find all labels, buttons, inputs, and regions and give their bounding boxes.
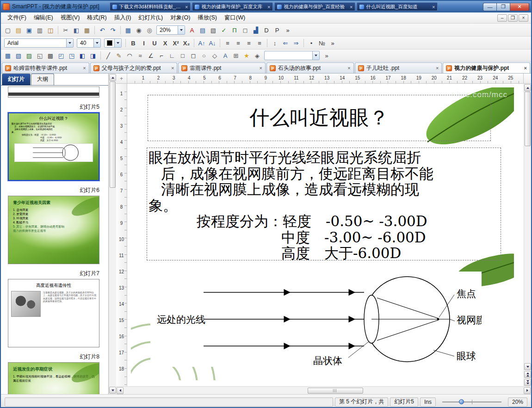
chevron-down-icon[interactable] (312, 51, 319, 60)
scroll-up-icon[interactable] (524, 84, 531, 91)
slide4-thumbnail-partial[interactable] (8, 87, 99, 98)
increase-font-button[interactable]: A↑ (197, 38, 207, 48)
rectangle-tool-icon[interactable]: □ (178, 51, 188, 60)
line-spacing-button[interactable]: ↕ (270, 38, 280, 48)
font-color-combobox[interactable] (104, 38, 122, 48)
scrollbar-thumb[interactable] (308, 388, 363, 394)
rounded-rectangle-icon[interactable]: ◻ (188, 51, 198, 60)
scroll-left-icon[interactable] (117, 387, 124, 394)
align-right-button[interactable]: ≡ (244, 38, 254, 48)
superscript-button[interactable]: X² (171, 38, 181, 48)
comment-icon[interactable]: ◻ (240, 25, 250, 35)
background-window-tab[interactable]: 什么叫近视眼_百度知道 × (357, 2, 438, 11)
maximize-button[interactable]: ❐ (496, 3, 510, 11)
close-icon[interactable]: × (171, 65, 174, 71)
save-icon[interactable]: ▣ (24, 25, 34, 35)
menu-item[interactable]: 插入(I) (111, 12, 135, 23)
justify-button[interactable]: ≡ (254, 38, 265, 48)
zoom-combobox[interactable]: 20% (156, 25, 185, 35)
curve-tool-icon[interactable]: ≈ (135, 51, 145, 60)
decrease-indent-button[interactable]: ⇐ (280, 38, 291, 48)
font-size-combobox[interactable]: 40 (77, 38, 101, 48)
menu-item[interactable]: 格式(R) (83, 12, 110, 23)
align-center-button[interactable]: ≡ (233, 38, 243, 48)
scrollbar-track[interactable] (124, 387, 524, 394)
pencil-tool-icon[interactable]: ✎ (114, 51, 124, 60)
cut-icon[interactable]: ✂ (61, 25, 71, 35)
shape-style-combobox[interactable] (264, 51, 320, 60)
chevron-down-icon[interactable] (114, 39, 121, 47)
elbow-connector-icon[interactable]: ∟ (167, 51, 177, 60)
scroll-up-icon[interactable] (109, 74, 116, 81)
ellipse-tool-icon[interactable]: ○ (199, 51, 209, 60)
underline-button[interactable]: U (149, 38, 160, 48)
insert-cells-icon[interactable]: ▤ (198, 25, 208, 35)
ole-object-icon[interactable]: ◱ (35, 51, 45, 60)
tab-slides[interactable]: 幻灯片 (2, 74, 31, 85)
subscript-button[interactable]: X₂ (181, 38, 192, 48)
chevron-down-icon[interactable] (93, 39, 100, 47)
freeform-tool-icon[interactable]: ∠ (146, 51, 156, 60)
body-textbox[interactable]: 眼在放松调节时平行光线经眼屈光系统屈折 后，成像在视网膜前方，使远距离目标不能 … (147, 148, 501, 260)
menu-item[interactable]: 窗口(W) (221, 12, 249, 23)
scroll-right-icon[interactable] (524, 387, 531, 394)
background-window-tab[interactable]: 视力的健康与保护_百度文库 × (192, 2, 273, 11)
close-icon[interactable]: × (185, 4, 188, 10)
font-combobox[interactable]: Arial (4, 38, 74, 48)
close-icon[interactable]: × (524, 65, 527, 71)
chevron-down-icon[interactable] (178, 26, 185, 34)
menu-item[interactable]: 幻灯片(L) (135, 12, 167, 23)
document-tab[interactable]: P 子儿吐吐 .ppt × (355, 62, 442, 73)
strikethrough-button[interactable]: X (160, 38, 170, 48)
slide-canvas[interactable]: nipic.com/mcc 什么叫近视眼？ 眼在放松调节时平行光线经眼屈光系统屈… (131, 87, 514, 380)
print-icon[interactable]: ▥ (35, 25, 45, 35)
insert-table-icon[interactable]: ▦ (123, 25, 133, 35)
close-icon[interactable]: × (432, 4, 435, 10)
numbering-button[interactable]: № (317, 38, 327, 48)
mdi-restore-button[interactable]: ❐ (508, 14, 518, 22)
zoom-in-icon[interactable]: ◉ (134, 25, 144, 35)
worksheet-icon[interactable]: ▩ (45, 51, 56, 60)
insert-table-icon[interactable]: ▧ (13, 51, 24, 60)
toolbar-overflow-icon[interactable]: » (283, 25, 293, 35)
eye-diagram-image[interactable]: 远处的光线 焦点 视网膜 眼球 晶状体 (150, 272, 482, 367)
close-icon[interactable]: × (83, 65, 86, 71)
next-slide-icon[interactable] (524, 379, 531, 386)
document-tab[interactable]: P 父母与孩子之间的爱.ppt × (90, 62, 178, 73)
wordart-icon[interactable]: A (220, 51, 230, 60)
increase-indent-button[interactable]: ⇒ (291, 38, 301, 48)
zoom-tool-icon[interactable]: ◎ (144, 25, 155, 35)
close-icon[interactable]: × (347, 65, 350, 71)
chart-icon[interactable]: ▟ (251, 25, 261, 35)
crop-icon[interactable]: ⊞ (231, 51, 241, 60)
vertical-textbox-icon[interactable]: ◳ (67, 51, 77, 60)
paste-icon[interactable]: ▦ (82, 25, 92, 35)
print-preview-icon[interactable]: ◫ (45, 25, 56, 35)
document-tab-active[interactable]: P 视力的健康与保护.ppt × (443, 62, 530, 73)
undo-icon[interactable]: ↶ (97, 25, 107, 35)
select-tool-icon[interactable]: ◈ (252, 51, 262, 60)
copy-icon[interactable]: ◧ (71, 25, 81, 35)
new-document-icon[interactable]: ▢ (3, 25, 13, 35)
redo-icon[interactable]: ↷ (108, 25, 118, 35)
spell-check-icon[interactable]: ✓ (219, 25, 229, 35)
scrollbar-thumb[interactable] (110, 81, 116, 188)
minimize-button[interactable]: — (483, 3, 496, 11)
scroll-down-icon[interactable] (109, 387, 116, 394)
slide7-thumbnail[interactable]: 高度近视有遗传性 父母都是高度近视眼，其子女的发病机会在90%以上，高度近视者与… (8, 279, 99, 347)
insert-object-icon[interactable]: ▧ (208, 25, 218, 35)
formula-icon[interactable]: Π (229, 25, 240, 35)
italic-button[interactable]: I (139, 38, 149, 48)
toolbar-overflow-icon[interactable]: » (322, 51, 332, 60)
background-window-tab[interactable]: 下载文件3d材料特殊贡献_百度 × (110, 2, 191, 11)
close-icon[interactable]: × (260, 65, 262, 71)
document-tab[interactable]: P 石头汤的故事.ppt × (266, 62, 354, 73)
document-tab[interactable]: P 哈姆雷特教学课件.ppt × (2, 62, 89, 73)
scrollbar-thumb[interactable] (525, 92, 531, 146)
previous-slide-icon[interactable] (524, 371, 531, 378)
mdi-close-button[interactable]: × (519, 14, 528, 22)
slide6-thumbnail[interactable]: 青少年近视相关因素 1. 遗传因素2. 发育因素3. 环境因素4. 配镜不当5.… (8, 196, 99, 264)
close-icon[interactable]: × (350, 4, 353, 10)
close-icon[interactable]: × (436, 65, 439, 71)
slideshow-tool-icon[interactable]: D (261, 25, 272, 35)
